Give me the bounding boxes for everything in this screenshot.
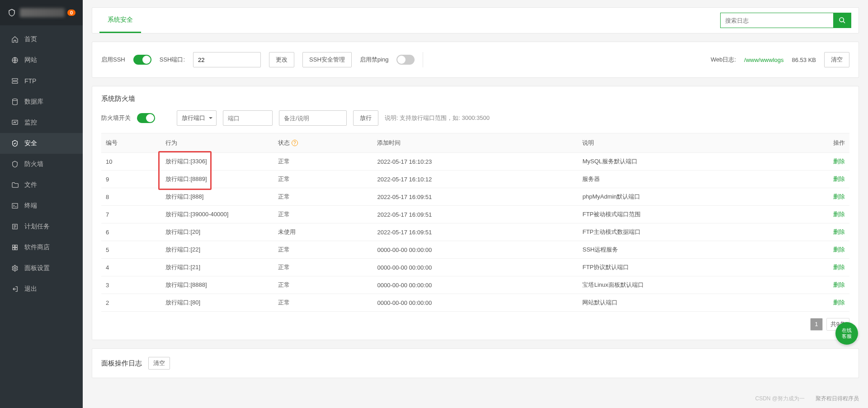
ssh-port-input[interactable] (193, 52, 261, 67)
cell-action: 放行端口:[8888] (161, 276, 274, 294)
cell-desc: FTP被动模式端口范围 (578, 206, 810, 223)
sidebar-item-ftp[interactable]: FTP (0, 71, 83, 91)
cell-id: 3 (101, 276, 161, 294)
svg-rect-8 (15, 245, 18, 247)
ssh-security-manage-button[interactable]: SSH安全管理 (302, 52, 352, 67)
search-group (720, 13, 851, 28)
delete-link[interactable]: 删除 (833, 281, 845, 288)
log-card-title: 面板操作日志 (101, 359, 142, 368)
release-button[interactable]: 放行 (353, 110, 378, 126)
cell-time: 2022-05-17 16:09:51 (373, 206, 578, 223)
cell-desc: 网站默认端口 (578, 294, 810, 312)
sidebar-item-store[interactable]: 软件商店 (0, 237, 83, 258)
cell-action: 放行端口:[20] (161, 223, 274, 241)
firewall-card: 系统防火墙 防火墙开关 放行端口 放行 说明: 支持放行端口范围，如: 3000… (92, 86, 859, 340)
cell-status: 正常 (274, 276, 373, 294)
watermark-right: 聚齐程日得程序员 (816, 395, 859, 403)
note-input[interactable] (279, 110, 347, 126)
search-button[interactable] (833, 13, 851, 28)
cell-id: 6 (101, 223, 161, 241)
table-row: 5放行端口:[22]正常0000-00-00 00:00:00SSH远程服务删除 (101, 241, 849, 259)
firewall-hint: 说明: 支持放行端口范围，如: 3000:3500 (385, 114, 490, 122)
cell-time: 0000-00-00 00:00:00 (373, 259, 578, 276)
sidebar-item-label: 首页 (24, 35, 37, 43)
cell-time: 2022-05-17 16:09:51 (373, 188, 578, 206)
tab-system-security[interactable]: 系统安全 (99, 8, 141, 33)
cell-status: 正常 (274, 171, 373, 188)
delete-link[interactable]: 删除 (833, 176, 845, 182)
sidebar-item-site[interactable]: 网站 (0, 50, 83, 71)
clear-weblog-button[interactable]: 清空 (824, 52, 849, 67)
delete-link[interactable]: 删除 (833, 299, 845, 306)
firewall-card-title: 系统防火墙 (101, 95, 849, 103)
delete-link[interactable]: 删除 (833, 193, 845, 200)
cell-id: 7 (101, 206, 161, 223)
sidebar-item-db[interactable]: 数据库 (0, 91, 83, 112)
ftp-icon (11, 77, 19, 85)
col-desc: 说明 (578, 133, 810, 153)
port-input[interactable] (223, 110, 273, 126)
sidebar-item-file[interactable]: 文件 (0, 175, 83, 195)
table-row: 9放行端口:[8889]正常2022-05-17 16:10:12服务器删除 (101, 171, 849, 188)
sidebar-item-cron[interactable]: 计划任务 (0, 216, 83, 237)
sidebar-item-firewall[interactable]: 防火墙 (0, 154, 83, 175)
firewall-switch-label: 防火墙开关 (101, 114, 131, 122)
delete-link[interactable]: 删除 (833, 264, 845, 270)
cell-status: 正常 (274, 294, 373, 312)
monitor-icon (11, 119, 19, 127)
svg-rect-2 (12, 81, 18, 83)
panel-title-blurred (20, 8, 65, 17)
page-current[interactable]: 1 (810, 318, 823, 331)
svg-rect-10 (15, 248, 18, 250)
cell-desc: 服务器 (578, 171, 810, 188)
sidebar: 0 首页网站FTP数据库监控安全防火墙文件终端计划任务软件商店面板设置退出 (0, 0, 83, 408)
cell-op: 删除 (810, 241, 849, 259)
sidebar-item-monitor[interactable]: 监控 (0, 112, 83, 133)
delete-link[interactable]: 删除 (833, 211, 845, 218)
cell-action: 放行端口:[39000-40000] (161, 206, 274, 223)
weblog-path-link[interactable]: /www/wwwlogs (744, 57, 783, 63)
cell-status: 正常 (274, 241, 373, 259)
help-icon[interactable]: ? (292, 140, 298, 146)
cell-time: 0000-00-00 00:00:00 (373, 276, 578, 294)
sidebar-item-label: 终端 (24, 202, 37, 210)
sidebar-item-terminal[interactable]: 终端 (0, 195, 83, 216)
sidebar-header: 0 (0, 0, 83, 25)
online-service-button[interactable]: 在线 客服 (835, 322, 858, 345)
delete-link[interactable]: 删除 (833, 228, 845, 235)
sidebar-item-security[interactable]: 安全 (0, 133, 83, 154)
sidebar-item-settings[interactable]: 面板设置 (0, 258, 83, 279)
firewall-switch-toggle[interactable] (137, 113, 155, 123)
enable-ping-toggle[interactable] (396, 55, 415, 65)
svg-rect-5 (12, 204, 18, 209)
table-row: 10放行端口:[3306]正常2022-05-17 16:10:23MySQL服… (101, 153, 849, 171)
search-input[interactable] (720, 13, 833, 28)
sidebar-item-logout[interactable]: 退出 (0, 279, 83, 299)
cell-action: 放行端口:[8889] (161, 171, 274, 188)
cell-desc: FTP主动模式数据端口 (578, 223, 810, 241)
sidebar-item-label: 退出 (24, 285, 37, 293)
enable-ssh-toggle[interactable] (133, 55, 151, 65)
weblog-label: Web日志: (711, 56, 736, 64)
notification-badge[interactable]: 0 (67, 9, 75, 16)
cell-desc: FTP协议默认端口 (578, 259, 810, 276)
firewall-table-wrap: 编号 行为 状态? 添加时间 说明 操作 10放行端口:[3306]正常2022… (101, 133, 849, 312)
search-icon (839, 17, 846, 24)
delete-link[interactable]: 删除 (833, 246, 845, 253)
col-time: 添加时间 (373, 133, 578, 153)
svg-rect-1 (12, 79, 18, 81)
firewall-table: 编号 行为 状态? 添加时间 说明 操作 10放行端口:[3306]正常2022… (101, 133, 849, 312)
cell-status: 正常 (274, 206, 373, 223)
cell-status: 正常 (274, 259, 373, 276)
cell-op: 删除 (810, 259, 849, 276)
change-port-button[interactable]: 更改 (269, 52, 294, 67)
db-icon (11, 98, 19, 106)
port-type-select[interactable]: 放行端口 (177, 110, 217, 126)
col-id: 编号 (101, 133, 161, 153)
clear-log-button[interactable]: 清空 (148, 357, 170, 370)
cell-id: 9 (101, 171, 161, 188)
sidebar-item-home[interactable]: 首页 (0, 29, 83, 50)
store-icon (11, 243, 19, 251)
cell-time: 2022-05-17 16:10:12 (373, 171, 578, 188)
delete-link[interactable]: 删除 (833, 158, 845, 165)
